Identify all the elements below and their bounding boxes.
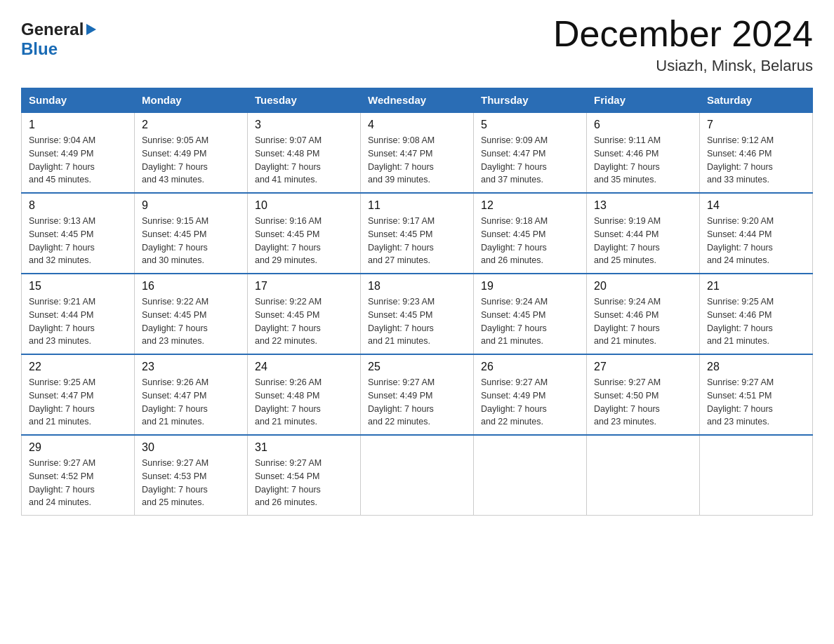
day-info: Sunrise: 9:13 AMSunset: 4:45 PMDaylight:… (29, 215, 127, 267)
calendar-cell: 15Sunrise: 9:21 AMSunset: 4:44 PMDayligh… (22, 274, 135, 354)
day-info: Sunrise: 9:26 AMSunset: 4:47 PMDaylight:… (142, 376, 240, 429)
day-number: 15 (29, 280, 127, 293)
day-number: 24 (255, 361, 353, 373)
calendar-cell (361, 435, 474, 516)
day-number: 3 (255, 119, 353, 131)
column-header-tuesday: Tuesday (248, 88, 361, 113)
column-header-sunday: Sunday (22, 88, 135, 113)
column-header-friday: Friday (587, 88, 700, 113)
day-info: Sunrise: 9:20 AMSunset: 4:44 PMDaylight:… (707, 215, 805, 267)
day-number: 21 (707, 280, 805, 293)
day-info: Sunrise: 9:24 AMSunset: 4:46 PMDaylight:… (594, 295, 692, 348)
day-number: 8 (29, 199, 127, 212)
calendar-table: SundayMondayTuesdayWednesdayThursdayFrid… (21, 88, 813, 516)
day-number: 25 (368, 361, 466, 373)
day-info: Sunrise: 9:15 AMSunset: 4:45 PMDaylight:… (142, 215, 240, 267)
calendar-cell: 27Sunrise: 9:27 AMSunset: 4:50 PMDayligh… (587, 354, 700, 435)
day-number: 1 (29, 119, 127, 131)
day-number: 26 (481, 361, 579, 373)
day-number: 28 (707, 361, 805, 373)
calendar-cell: 12Sunrise: 9:18 AMSunset: 4:45 PMDayligh… (474, 193, 587, 274)
calendar-cell: 4Sunrise: 9:08 AMSunset: 4:47 PMDaylight… (361, 112, 474, 193)
calendar-cell: 1Sunrise: 9:04 AMSunset: 4:49 PMDaylight… (22, 112, 135, 193)
day-number: 18 (368, 280, 466, 293)
day-number: 29 (29, 441, 127, 454)
calendar-cell: 3Sunrise: 9:07 AMSunset: 4:48 PMDaylight… (248, 112, 361, 193)
day-info: Sunrise: 9:27 AMSunset: 4:49 PMDaylight:… (368, 376, 466, 429)
calendar-header: SundayMondayTuesdayWednesdayThursdayFrid… (22, 88, 813, 113)
day-info: Sunrise: 9:22 AMSunset: 4:45 PMDaylight:… (142, 295, 240, 348)
calendar-week-1: 1Sunrise: 9:04 AMSunset: 4:49 PMDaylight… (22, 112, 813, 193)
day-number: 11 (368, 199, 466, 212)
page-header: General Blue December 2024 Usiazh, Minsk… (21, 14, 813, 75)
calendar-cell (700, 435, 813, 516)
calendar-cell: 19Sunrise: 9:24 AMSunset: 4:45 PMDayligh… (474, 274, 587, 354)
calendar-cell: 8Sunrise: 9:13 AMSunset: 4:45 PMDaylight… (22, 193, 135, 274)
calendar-cell (474, 435, 587, 516)
calendar-cell: 29Sunrise: 9:27 AMSunset: 4:52 PMDayligh… (22, 435, 135, 516)
day-number: 5 (481, 119, 579, 131)
logo: General Blue (21, 20, 96, 59)
calendar-cell: 16Sunrise: 9:22 AMSunset: 4:45 PMDayligh… (135, 274, 248, 354)
calendar-cell: 9Sunrise: 9:15 AMSunset: 4:45 PMDaylight… (135, 193, 248, 274)
calendar-week-5: 29Sunrise: 9:27 AMSunset: 4:52 PMDayligh… (22, 435, 813, 516)
calendar-cell: 21Sunrise: 9:25 AMSunset: 4:46 PMDayligh… (700, 274, 813, 354)
day-info: Sunrise: 9:16 AMSunset: 4:45 PMDaylight:… (255, 215, 353, 267)
day-info: Sunrise: 9:07 AMSunset: 4:48 PMDaylight:… (255, 134, 353, 187)
calendar-cell: 22Sunrise: 9:25 AMSunset: 4:47 PMDayligh… (22, 354, 135, 435)
day-number: 13 (594, 199, 692, 212)
day-number: 14 (707, 199, 805, 212)
calendar-cell: 13Sunrise: 9:19 AMSunset: 4:44 PMDayligh… (587, 193, 700, 274)
day-info: Sunrise: 9:26 AMSunset: 4:48 PMDaylight:… (255, 376, 353, 429)
calendar-cell: 17Sunrise: 9:22 AMSunset: 4:45 PMDayligh… (248, 274, 361, 354)
day-number: 2 (142, 119, 240, 131)
day-number: 23 (142, 361, 240, 373)
day-info: Sunrise: 9:12 AMSunset: 4:46 PMDaylight:… (707, 134, 805, 187)
calendar-cell: 26Sunrise: 9:27 AMSunset: 4:49 PMDayligh… (474, 354, 587, 435)
day-number: 22 (29, 361, 127, 373)
calendar-cell (587, 435, 700, 516)
day-info: Sunrise: 9:09 AMSunset: 4:47 PMDaylight:… (481, 134, 579, 187)
day-number: 27 (594, 361, 692, 373)
calendar-cell: 6Sunrise: 9:11 AMSunset: 4:46 PMDaylight… (587, 112, 700, 193)
day-info: Sunrise: 9:25 AMSunset: 4:46 PMDaylight:… (707, 295, 805, 348)
calendar-cell: 28Sunrise: 9:27 AMSunset: 4:51 PMDayligh… (700, 354, 813, 435)
calendar-cell: 14Sunrise: 9:20 AMSunset: 4:44 PMDayligh… (700, 193, 813, 274)
day-info: Sunrise: 9:08 AMSunset: 4:47 PMDaylight:… (368, 134, 466, 187)
day-number: 30 (142, 441, 240, 454)
column-header-wednesday: Wednesday (361, 88, 474, 113)
day-number: 16 (142, 280, 240, 293)
day-info: Sunrise: 9:25 AMSunset: 4:47 PMDaylight:… (29, 376, 127, 429)
logo-arrow-icon (86, 24, 96, 35)
title-block: December 2024 Usiazh, Minsk, Belarus (553, 14, 813, 75)
day-info: Sunrise: 9:17 AMSunset: 4:45 PMDaylight:… (368, 215, 466, 267)
day-number: 12 (481, 199, 579, 212)
day-number: 19 (481, 280, 579, 293)
day-info: Sunrise: 9:19 AMSunset: 4:44 PMDaylight:… (594, 215, 692, 267)
day-info: Sunrise: 9:04 AMSunset: 4:49 PMDaylight:… (29, 134, 127, 187)
calendar-week-2: 8Sunrise: 9:13 AMSunset: 4:45 PMDaylight… (22, 193, 813, 274)
calendar-cell: 7Sunrise: 9:12 AMSunset: 4:46 PMDaylight… (700, 112, 813, 193)
calendar-cell: 25Sunrise: 9:27 AMSunset: 4:49 PMDayligh… (361, 354, 474, 435)
day-number: 17 (255, 280, 353, 293)
calendar-cell: 5Sunrise: 9:09 AMSunset: 4:47 PMDaylight… (474, 112, 587, 193)
calendar-cell: 24Sunrise: 9:26 AMSunset: 4:48 PMDayligh… (248, 354, 361, 435)
calendar-cell: 11Sunrise: 9:17 AMSunset: 4:45 PMDayligh… (361, 193, 474, 274)
day-info: Sunrise: 9:22 AMSunset: 4:45 PMDaylight:… (255, 295, 353, 348)
day-info: Sunrise: 9:27 AMSunset: 4:51 PMDaylight:… (707, 376, 805, 429)
location-title: Usiazh, Minsk, Belarus (553, 57, 813, 75)
day-info: Sunrise: 9:18 AMSunset: 4:45 PMDaylight:… (481, 215, 579, 267)
month-title: December 2024 (553, 14, 813, 54)
day-info: Sunrise: 9:27 AMSunset: 4:50 PMDaylight:… (594, 376, 692, 429)
calendar-cell: 30Sunrise: 9:27 AMSunset: 4:53 PMDayligh… (135, 435, 248, 516)
day-number: 20 (594, 280, 692, 293)
column-header-saturday: Saturday (700, 88, 813, 113)
day-info: Sunrise: 9:11 AMSunset: 4:46 PMDaylight:… (594, 134, 692, 187)
day-info: Sunrise: 9:27 AMSunset: 4:53 PMDaylight:… (142, 457, 240, 509)
calendar-cell: 18Sunrise: 9:23 AMSunset: 4:45 PMDayligh… (361, 274, 474, 354)
day-info: Sunrise: 9:27 AMSunset: 4:54 PMDaylight:… (255, 457, 353, 509)
day-number: 6 (594, 119, 692, 131)
day-info: Sunrise: 9:05 AMSunset: 4:49 PMDaylight:… (142, 134, 240, 187)
logo-general-text: General (21, 20, 84, 39)
day-info: Sunrise: 9:27 AMSunset: 4:49 PMDaylight:… (481, 376, 579, 429)
